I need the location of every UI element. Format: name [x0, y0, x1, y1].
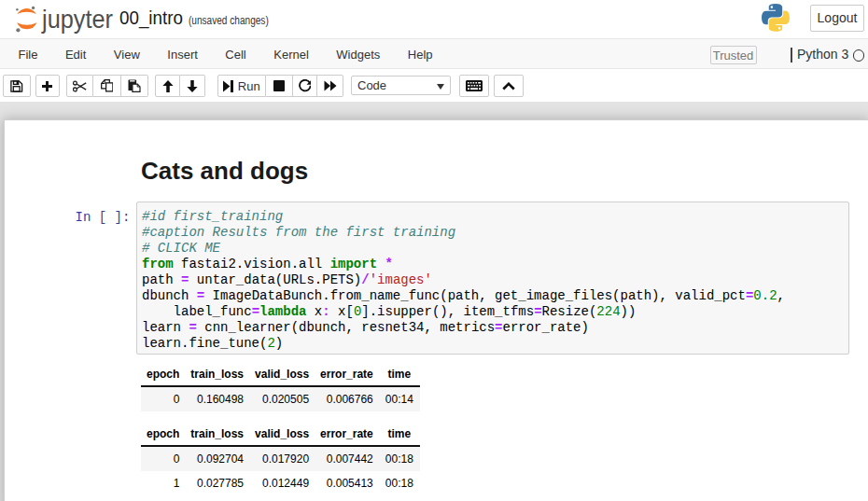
svg-text:jupyter: jupyter: [41, 5, 113, 34]
